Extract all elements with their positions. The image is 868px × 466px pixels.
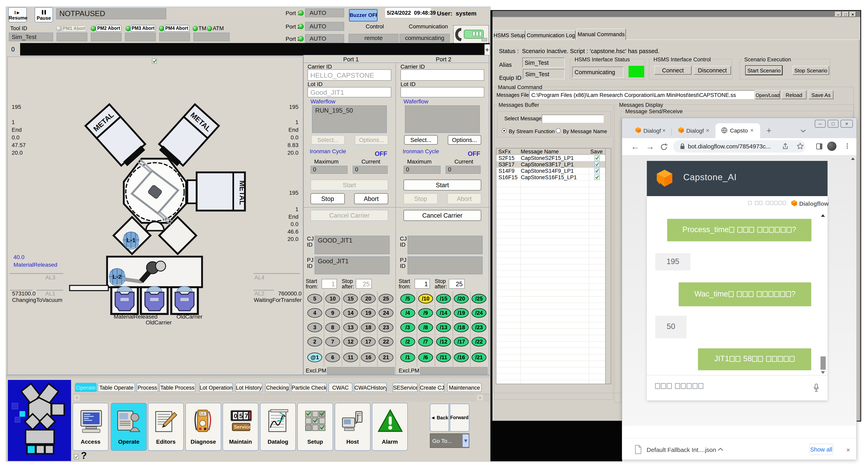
svg-text:End: End bbox=[12, 127, 22, 133]
svg-text:40.0: 40.0 bbox=[13, 254, 25, 260]
svg-text:0.0: 0.0 bbox=[290, 134, 299, 141]
svg-text:AL2: AL2 bbox=[254, 291, 265, 297]
svg-text:5.0: 5.0 bbox=[200, 412, 205, 415]
svg-text:AL1: AL1 bbox=[45, 291, 55, 297]
svg-text:MaterialReleased: MaterialReleased bbox=[114, 313, 158, 320]
svg-text:WaitingForTransfer: WaitingForTransfer bbox=[254, 297, 302, 303]
svg-text:OldCarrier: OldCarrier bbox=[146, 320, 172, 326]
svg-text:0.0: 0.0 bbox=[290, 221, 299, 227]
svg-text:5: 5 bbox=[239, 412, 243, 420]
svg-text:195: 195 bbox=[12, 104, 21, 110]
svg-text:760000.0: 760000.0 bbox=[278, 291, 302, 297]
svg-text:1: 1 bbox=[295, 119, 299, 125]
svg-text:End: End bbox=[288, 213, 299, 220]
svg-text:0.0: 0.0 bbox=[12, 134, 20, 141]
svg-text:MaterialReleased: MaterialReleased bbox=[13, 262, 57, 268]
svg-text:AL3: AL3 bbox=[45, 274, 55, 280]
svg-text:195: 195 bbox=[289, 104, 299, 110]
svg-text:METAL: METAL bbox=[238, 180, 246, 205]
svg-text:20.0: 20.0 bbox=[287, 236, 299, 242]
svg-text:8.83: 8.83 bbox=[287, 142, 299, 148]
svg-text:46.6: 46.6 bbox=[287, 229, 299, 235]
svg-text:20.0: 20.0 bbox=[12, 149, 23, 156]
svg-text:OldCarrier: OldCarrier bbox=[177, 313, 203, 320]
svg-text:7: 7 bbox=[245, 412, 248, 420]
svg-text:ChangingToVacuum: ChangingToVacuum bbox=[12, 297, 62, 303]
svg-text:195: 195 bbox=[289, 190, 299, 196]
svg-text:47.57: 47.57 bbox=[12, 142, 26, 148]
svg-text:Service: Service bbox=[234, 424, 251, 430]
svg-text:1: 1 bbox=[295, 206, 299, 212]
svg-text:L-1: L-1 bbox=[127, 237, 136, 243]
svg-text:AL4: AL4 bbox=[254, 274, 265, 280]
svg-text:L-2: L-2 bbox=[113, 273, 122, 280]
svg-text:End: End bbox=[288, 127, 299, 133]
svg-text:1: 1 bbox=[12, 119, 15, 125]
svg-text:20.0: 20.0 bbox=[287, 149, 299, 156]
svg-text:0: 0 bbox=[234, 412, 238, 420]
svg-text:573100.0: 573100.0 bbox=[12, 291, 36, 297]
